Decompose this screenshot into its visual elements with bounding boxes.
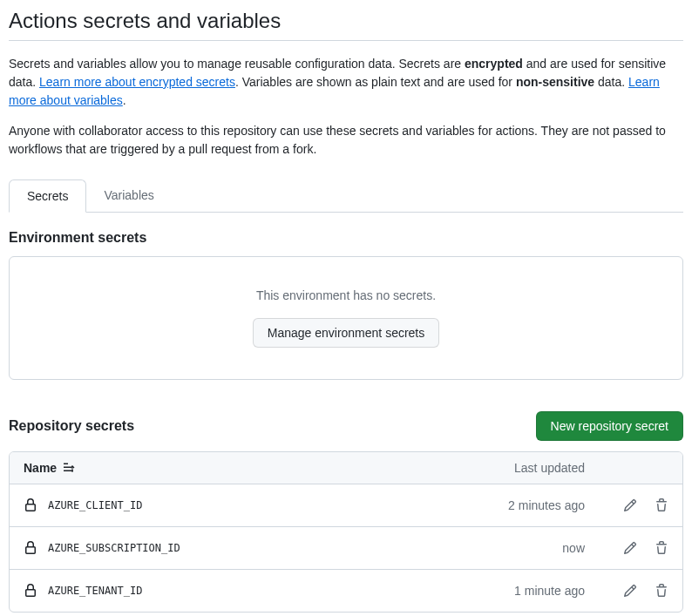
column-header-name-label: Name: [24, 461, 57, 475]
desc-text: . Variables are shown as plain text and …: [235, 75, 516, 89]
desc-text: Secrets and variables allow you to manag…: [9, 57, 465, 71]
pencil-icon: [623, 541, 637, 555]
pencil-icon: [623, 498, 637, 512]
delete-secret-button[interactable]: [655, 498, 668, 512]
tab-bar: Secrets Variables: [9, 179, 683, 213]
edit-secret-button[interactable]: [623, 584, 637, 598]
desc-text: .: [123, 93, 126, 107]
secret-name: AZURE_SUBSCRIPTION_ID: [48, 542, 180, 554]
table-row: AZURE_SUBSCRIPTION_ID now: [10, 527, 682, 570]
learn-more-secrets-link[interactable]: Learn more about encrypted secrets: [39, 75, 235, 89]
manage-environment-secrets-button[interactable]: Manage environment secrets: [253, 318, 440, 348]
secret-updated: 2 minutes ago: [463, 498, 585, 512]
new-repository-secret-button[interactable]: New repository secret: [536, 411, 683, 441]
column-header-name[interactable]: Name: [24, 461, 463, 475]
secret-name: AZURE_CLIENT_ID: [48, 499, 142, 511]
delete-secret-button[interactable]: [655, 541, 668, 555]
environment-secrets-heading: Environment secrets: [9, 230, 683, 246]
secret-updated: now: [463, 541, 585, 555]
repository-secrets-table: Name Last updated AZURE_CLIENT_ID 2 minu…: [9, 451, 683, 613]
page-title: Actions secrets and variables: [9, 9, 683, 41]
desc-strong: encrypted: [465, 57, 523, 71]
lock-icon: [24, 498, 37, 512]
desc-text: data.: [594, 75, 628, 89]
trash-icon: [655, 498, 668, 512]
table-row: AZURE_CLIENT_ID 2 minutes ago: [10, 484, 682, 527]
table-row: AZURE_TENANT_ID 1 minute ago: [10, 570, 682, 612]
table-header: Name Last updated: [10, 452, 682, 484]
edit-secret-button[interactable]: [623, 498, 637, 512]
trash-icon: [655, 584, 668, 598]
lock-icon: [24, 541, 37, 555]
pencil-icon: [623, 584, 637, 598]
tab-secrets[interactable]: Secrets: [9, 179, 86, 213]
trash-icon: [655, 541, 668, 555]
environment-empty-text: This environment has no secrets.: [24, 288, 668, 302]
sort-icon: [62, 461, 76, 475]
repository-secrets-heading: Repository secrets: [9, 418, 134, 434]
secret-updated: 1 minute ago: [463, 584, 585, 598]
description-paragraph-1: Secrets and variables allow you to manag…: [9, 55, 683, 110]
environment-secrets-box: This environment has no secrets. Manage …: [9, 256, 683, 380]
tab-variables[interactable]: Variables: [86, 179, 171, 212]
lock-icon: [24, 584, 37, 598]
delete-secret-button[interactable]: [655, 584, 668, 598]
desc-strong: non-sensitive: [516, 75, 594, 89]
secret-name: AZURE_TENANT_ID: [48, 585, 142, 597]
edit-secret-button[interactable]: [623, 541, 637, 555]
description-paragraph-2: Anyone with collaborator access to this …: [9, 122, 683, 159]
column-header-updated: Last updated: [463, 461, 585, 475]
